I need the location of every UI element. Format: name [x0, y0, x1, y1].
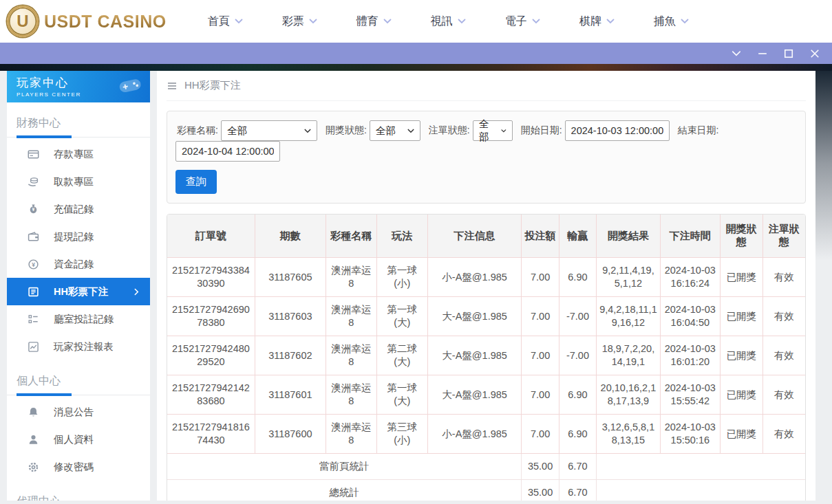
nav-item-sports[interactable]: 體育 [356, 14, 392, 29]
sidebar-section-title: 代理中心 [7, 489, 150, 501]
sidebar-item-label: 取款專區 [54, 175, 94, 188]
cell-draw-result: 3,12,6,5,8,18,13,15 [597, 415, 661, 454]
cell-win-loss: -7.00 [559, 336, 596, 375]
cell-order-status: 有效 [762, 297, 805, 336]
sidebar-item-label: 玩家投注報表 [54, 340, 114, 353]
window-dropdown-button[interactable] [732, 49, 741, 58]
close-icon [810, 49, 820, 58]
nav-item-home[interactable]: 首頁 [208, 14, 243, 29]
cell-draw-status: 已開獎 [720, 415, 762, 454]
sidebar-section-title: 個人中心 [7, 369, 150, 395]
moneybag-icon: ¥ [28, 204, 39, 215]
sidebar-item-profile[interactable]: 個人資料 [7, 426, 150, 453]
cell-draw-status: 已開獎 [720, 258, 762, 297]
chevron-down-icon [458, 19, 466, 24]
cell-lottery-name: 澳洲幸运8 [326, 375, 376, 415]
cell-bet-info: 小-A盤@1.985 [427, 258, 522, 297]
coins-hand-icon [28, 176, 39, 188]
cell-bet-amount: 7.00 [522, 375, 559, 415]
cell-bet-amount: 7.00 [522, 336, 559, 375]
order-status-select-label: 注單狀態: [429, 124, 470, 137]
page-body: 玩家中心 PLAYERS CENTER 財務中心存款專區取款專區¥充值記錄提現記… [0, 71, 832, 504]
cell-play-type: 第三球(小) [376, 415, 427, 454]
main-content: HH彩票下注 彩種名稱: 全部 開獎狀態: 全部 注單狀態: [157, 71, 815, 501]
brand-name: USDT CASINO [44, 12, 167, 32]
cell-bet-info: 小-A盤@1.985 [427, 415, 522, 454]
start-date-input[interactable] [565, 120, 670, 141]
nav-item-label: 電子 [505, 14, 527, 29]
chevron-right-icon [134, 288, 139, 296]
col-order-status: 注單狀態 [762, 215, 805, 258]
end-date-input[interactable] [175, 141, 280, 162]
cell-bet-time: 2024-10-03 16:04:50 [660, 297, 720, 336]
cell-win-loss: 6.90 [559, 375, 596, 415]
draw-status-select[interactable]: 全部 [370, 120, 420, 141]
cell-draw-result: 9,2,11,4,19,5,1,12 [597, 258, 661, 297]
cell-order-no: 2152172794248029520 [167, 336, 255, 375]
bets-table: 訂單號期數彩種名稱玩法下注信息投注額輸贏開獎結果下注時間開獎狀態注單狀態 215… [167, 215, 805, 501]
cell-draw-status: 已開獎 [720, 375, 762, 415]
svg-text:¥: ¥ [32, 207, 35, 212]
sidebar: 玩家中心 PLAYERS CENTER 財務中心存款專區取款專區¥充值記錄提現記… [7, 71, 150, 501]
sidebar-item-label: 消息公告 [54, 406, 94, 419]
chevron-down-icon [606, 19, 615, 24]
chevron-down-icon [407, 129, 414, 133]
summary-winloss-total: 6.70 [559, 454, 596, 480]
sidebar-item-hall-bet-record[interactable]: 廳室投註記錄 [7, 305, 150, 333]
cell-order-status: 有效 [762, 336, 805, 375]
nav-item-slots[interactable]: 電子 [505, 14, 540, 29]
summary-winloss-total: 6.70 [559, 480, 596, 501]
cell-play-type: 第一球(大) [376, 297, 427, 336]
order-status-select[interactable]: 全部 [473, 120, 513, 141]
chart-icon [28, 341, 39, 353]
person-icon [28, 434, 39, 446]
summary-bet-total: 35.00 [522, 480, 559, 501]
summary-empty [597, 480, 805, 501]
cell-lottery-name: 澳洲幸运8 [326, 297, 376, 336]
sidebar-item-recharge-record[interactable]: ¥充值記錄 [7, 195, 150, 223]
window-minimize-button[interactable] [758, 49, 767, 58]
window-maximize-button[interactable] [784, 49, 793, 58]
table-row: 215217279418167443031187600澳洲幸运8第三球(小)小-… [167, 415, 805, 454]
sidebar-item-player-bet-report[interactable]: 玩家投注報表 [7, 333, 150, 360]
sidebar-item-label: HH彩票下注 [54, 285, 108, 298]
sidebar-item-funds-record[interactable]: ¥資金記錄 [7, 250, 150, 278]
cell-order-status: 有效 [762, 375, 805, 415]
cell-bet-amount: 7.00 [522, 297, 559, 336]
cell-draw-result: 20,10,16,2,18,17,13,9 [597, 375, 661, 415]
brand-logo-icon: U [7, 6, 39, 37]
query-button[interactable]: 查詢 [175, 170, 217, 194]
menu-icon[interactable] [167, 80, 178, 91]
cell-draw-status: 已開獎 [720, 336, 762, 375]
table-row: 215217279426907838031187603澳洲幸运8第一球(大)大-… [167, 297, 805, 336]
sidebar-item-hh-lottery-bets[interactable]: HH彩票下注 [7, 278, 150, 305]
sidebar-item-deposit-area[interactable]: 存款專區 [7, 140, 150, 168]
nav-item-fishing[interactable]: 捕魚 [654, 14, 689, 29]
sidebar-item-withdrawal-record[interactable]: 提現記錄 [7, 223, 150, 250]
card-icon [28, 149, 39, 160]
sidebar-item-label: 修改密碼 [54, 461, 94, 474]
cell-draw-status: 已開獎 [720, 297, 762, 336]
cell-bet-info: 大-A盤@1.985 [427, 297, 522, 336]
table-row: 215217279421428368031187601澳洲幸运8第一球(大)大-… [167, 375, 805, 415]
nav-item-video[interactable]: 視訊 [431, 14, 466, 29]
breadcrumb: HH彩票下注 [167, 71, 806, 101]
nav-item-cards[interactable]: 棋牌 [579, 14, 615, 29]
summary-bet-total: 35.00 [522, 454, 559, 480]
cell-play-type: 第二球(大) [376, 336, 427, 375]
cell-win-loss: 6.90 [559, 415, 596, 454]
nav-item-lottery[interactable]: 彩票 [282, 14, 317, 29]
lottery-select[interactable]: 全部 [221, 120, 317, 141]
nav-item-label: 棋牌 [579, 14, 601, 29]
sidebar-item-announcements[interactable]: 消息公告 [7, 398, 150, 426]
chevron-down-icon [235, 19, 243, 24]
sidebar-item-withdraw-area[interactable]: 取款專區 [7, 168, 150, 195]
window-close-button[interactable] [810, 49, 820, 58]
cell-period: 31187605 [255, 258, 326, 297]
book-icon [28, 286, 39, 298]
cell-lottery-name: 澳洲幸运8 [326, 258, 376, 297]
sidebar-item-change-password[interactable]: 修改密碼 [7, 453, 150, 481]
sidebar-item-label: 個人資料 [54, 433, 94, 446]
cell-order-status: 有效 [762, 415, 805, 454]
col-bet-amount: 投注額 [522, 215, 559, 258]
